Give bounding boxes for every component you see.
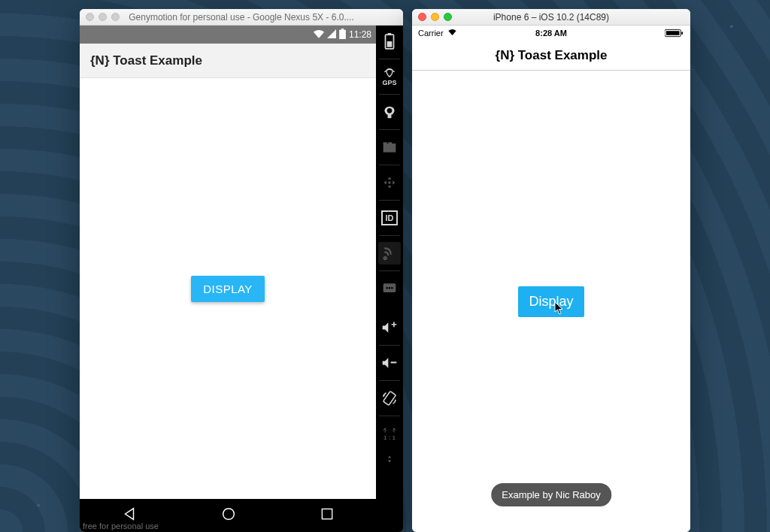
ios-nav-bar: {N} Toast Example bbox=[412, 41, 690, 71]
window-controls bbox=[418, 13, 452, 21]
svg-point-8 bbox=[387, 108, 393, 113]
close-dot[interactable] bbox=[418, 13, 426, 21]
minimize-dot[interactable] bbox=[99, 13, 107, 21]
ios-simulator-window: iPhone 6 – iOS 10.2 (14C89) Carrier 8:28… bbox=[412, 9, 690, 532]
svg-rect-9 bbox=[388, 114, 392, 118]
status-time: 11:28 bbox=[349, 29, 371, 40]
svg-point-17 bbox=[391, 287, 393, 289]
zoom-dot[interactable] bbox=[111, 13, 120, 21]
close-dot[interactable] bbox=[86, 13, 94, 21]
toast-message: Example by Nic Raboy bbox=[491, 483, 611, 506]
volume-down-icon[interactable] bbox=[378, 352, 401, 374]
svg-rect-1 bbox=[339, 29, 346, 38]
scale-tool-icon[interactable]: 1 : 1 bbox=[378, 422, 401, 445]
genymotion-window: Genymotion for personal use - Google Nex… bbox=[80, 9, 403, 532]
ios-titlebar[interactable]: iPhone 6 – iOS 10.2 (14C89) bbox=[412, 9, 690, 26]
svg-point-16 bbox=[389, 287, 391, 289]
genymotion-titlebar[interactable]: Genymotion for personal use - Google Nex… bbox=[80, 9, 403, 26]
camera-tool-icon[interactable] bbox=[378, 101, 401, 123]
android-app-bar: {N} Toast Example bbox=[80, 44, 376, 78]
expand-tool-icon[interactable] bbox=[378, 448, 401, 470]
svg-rect-6 bbox=[387, 41, 393, 47]
android-nav-bar: free for personal use bbox=[80, 499, 376, 532]
gps-tool-icon[interactable]: GPS bbox=[378, 65, 401, 88]
sms-tool-icon[interactable] bbox=[378, 277, 401, 300]
network-tool-icon[interactable] bbox=[378, 242, 401, 264]
ios-content: Display Example by Nic Raboy bbox=[412, 71, 690, 532]
watermark-text: free for personal use bbox=[83, 521, 159, 530]
display-button[interactable]: Display bbox=[518, 286, 584, 317]
identifier-tool-icon[interactable]: ID bbox=[378, 207, 401, 229]
android-screen: 11:28 {N} Toast Example DISPLAY free for… bbox=[80, 26, 376, 532]
capture-tool-icon[interactable] bbox=[378, 136, 401, 159]
cell-signal-icon bbox=[327, 29, 336, 41]
android-status-bar: 11:28 bbox=[80, 26, 376, 44]
svg-rect-3 bbox=[322, 509, 332, 518]
svg-rect-12 bbox=[388, 142, 392, 144]
window-controls bbox=[86, 13, 120, 21]
svg-rect-0 bbox=[341, 29, 344, 30]
dpad-tool-icon[interactable] bbox=[378, 171, 401, 194]
svg-rect-10 bbox=[383, 144, 396, 153]
genymotion-toolbar: GPS ID bbox=[376, 26, 403, 532]
minimize-dot[interactable] bbox=[431, 13, 439, 21]
svg-rect-11 bbox=[383, 142, 387, 144]
status-time: 8:28 AM bbox=[412, 29, 690, 38]
zoom-dot[interactable] bbox=[444, 13, 452, 21]
rotate-tool-icon[interactable] bbox=[378, 387, 401, 410]
svg-point-2 bbox=[223, 509, 235, 520]
genymotion-window-title: Genymotion for personal use - Google Nex… bbox=[80, 12, 403, 23]
display-button[interactable]: DISPLAY bbox=[191, 276, 265, 302]
battery-icon bbox=[339, 29, 346, 41]
app-title: {N} Toast Example bbox=[90, 53, 202, 68]
ios-status-bar: Carrier 8:28 AM bbox=[412, 26, 690, 41]
ios-screen: Carrier 8:28 AM {N} Toast Example Displa… bbox=[412, 26, 690, 532]
svg-point-13 bbox=[388, 181, 390, 183]
svg-point-15 bbox=[386, 287, 388, 289]
volume-up-icon[interactable] bbox=[378, 316, 401, 339]
recent-apps-button[interactable] bbox=[320, 506, 335, 524]
android-content: DISPLAY bbox=[80, 78, 376, 499]
home-button[interactable] bbox=[220, 506, 237, 525]
wifi-icon bbox=[314, 29, 324, 41]
battery-tool-icon[interactable] bbox=[378, 30, 401, 53]
ios-window-title: iPhone 6 – iOS 10.2 (14C89) bbox=[412, 12, 690, 23]
app-title: {N} Toast Example bbox=[496, 48, 608, 63]
svg-rect-18 bbox=[391, 361, 397, 363]
